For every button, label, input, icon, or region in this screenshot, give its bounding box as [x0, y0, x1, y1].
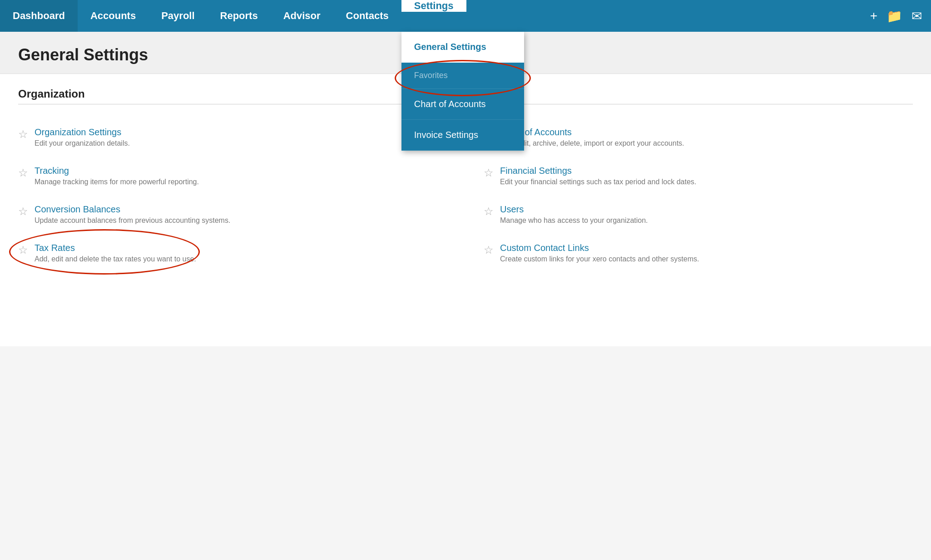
custom-contact-links-desc: Create custom links for your xero contac…	[500, 255, 699, 263]
nav-accounts[interactable]: Accounts	[78, 0, 149, 32]
settings-dropdown: General Settings Favorites Chart of Acco…	[401, 32, 524, 151]
tax-rates-link[interactable]: Tax Rates	[35, 243, 196, 253]
users-content: Users Manage who has access to your orga…	[500, 204, 648, 225]
nav-dashboard[interactable]: Dashboard	[0, 0, 78, 32]
nav-contacts[interactable]: Contacts	[333, 0, 401, 32]
folder-icon[interactable]: 📁	[886, 9, 902, 24]
tracking-star[interactable]: ☆	[18, 167, 28, 179]
users-item: ☆ Users Manage who has access to your or…	[466, 195, 913, 234]
custom-contact-links-content: Custom Contact Links Create custom links…	[500, 243, 699, 263]
chart-of-accounts-link[interactable]: Chart of Accounts	[500, 127, 684, 138]
tracking-link[interactable]: Tracking	[35, 166, 199, 176]
settings-menu-wrapper: Settings General Settings Favorites Char…	[401, 0, 466, 32]
tax-rates-item: ☆ Tax Rates Add, edit and delete the tax…	[18, 234, 466, 272]
tracking-desc: Manage tracking items for more powerful …	[35, 178, 199, 186]
tax-rates-content: Tax Rates Add, edit and delete the tax r…	[35, 243, 196, 263]
dropdown-general-settings[interactable]: General Settings	[401, 32, 524, 63]
tracking-item: ☆ Tracking Manage tracking items for mor…	[18, 157, 466, 195]
custom-contact-links-star[interactable]: ☆	[484, 244, 494, 256]
org-settings-star[interactable]: ☆	[18, 128, 28, 141]
nav-icons-group: + 📁 ✉	[861, 0, 931, 32]
users-desc: Manage who has access to your organizati…	[500, 216, 648, 224]
settings-left-column: ☆ Organization Settings Edit your organi…	[18, 118, 466, 272]
nav-payroll[interactable]: Payroll	[149, 0, 207, 32]
org-settings-desc: Edit your organization details.	[35, 139, 130, 147]
chart-of-accounts-item: ★ Chart of Accounts Add, edit, archive, …	[466, 118, 913, 157]
tax-rates-star[interactable]: ☆	[18, 244, 28, 256]
tracking-content: Tracking Manage tracking items for more …	[35, 166, 199, 186]
tax-rates-desc: Add, edit and delete the tax rates you w…	[35, 255, 196, 263]
org-settings-content: Organization Settings Edit your organiza…	[35, 127, 130, 147]
financial-settings-desc: Edit your financial settings such as tax…	[500, 178, 696, 186]
users-link[interactable]: Users	[500, 204, 648, 215]
chart-of-accounts-content: Chart of Accounts Add, edit, archive, de…	[500, 127, 684, 147]
conversion-balances-content: Conversion Balances Update account balan…	[35, 204, 230, 225]
conversion-balances-item: ☆ Conversion Balances Update account bal…	[18, 195, 466, 234]
conversion-balances-link[interactable]: Conversion Balances	[35, 204, 230, 215]
chart-of-accounts-desc: Add, edit, archive, delete, import or ex…	[500, 139, 684, 147]
dropdown-chart-of-accounts[interactable]: Chart of Accounts	[401, 89, 524, 120]
org-settings-link[interactable]: Organization Settings	[35, 127, 130, 138]
users-star[interactable]: ☆	[484, 205, 494, 218]
custom-contact-links-item: ☆ Custom Contact Links Create custom lin…	[466, 234, 913, 272]
org-settings-item: ☆ Organization Settings Edit your organi…	[18, 118, 466, 157]
envelope-icon[interactable]: ✉	[911, 9, 922, 24]
financial-settings-item: ☆ Financial Settings Edit your financial…	[466, 157, 913, 195]
top-navigation: Dashboard Accounts Payroll Reports Advis…	[0, 0, 931, 32]
dropdown-invoice-settings[interactable]: Invoice Settings	[401, 120, 524, 151]
nav-reports[interactable]: Reports	[208, 0, 271, 32]
conversion-balances-desc: Update account balances from previous ac…	[35, 216, 230, 224]
conversion-balances-star[interactable]: ☆	[18, 205, 28, 218]
nav-settings[interactable]: Settings	[401, 0, 466, 12]
dropdown-favorites-label: Favorites	[401, 63, 524, 89]
add-icon[interactable]: +	[870, 9, 877, 23]
nav-advisor[interactable]: Advisor	[271, 0, 333, 32]
financial-settings-link[interactable]: Financial Settings	[500, 166, 696, 176]
settings-right-column: ★ Chart of Accounts Add, edit, archive, …	[466, 118, 913, 272]
financial-settings-star[interactable]: ☆	[484, 167, 494, 179]
financial-settings-content: Financial Settings Edit your financial s…	[500, 166, 696, 186]
custom-contact-links-link[interactable]: Custom Contact Links	[500, 243, 699, 253]
